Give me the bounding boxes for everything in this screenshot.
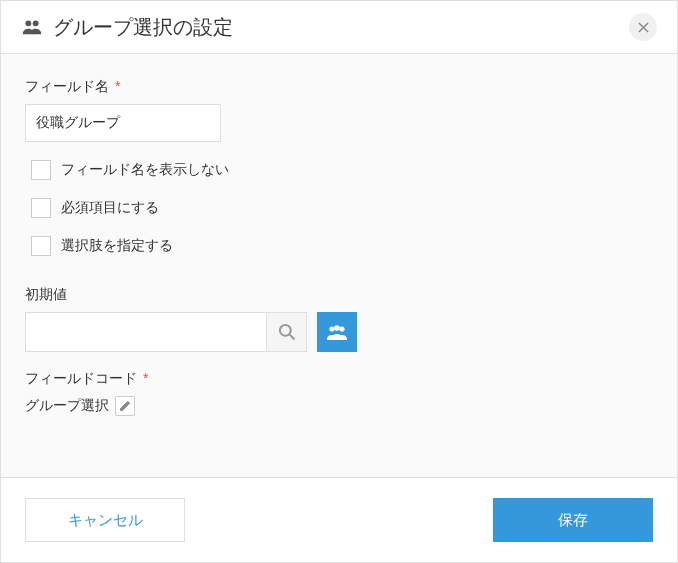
field-name-section: フィールド名 * <box>25 78 653 142</box>
default-value-label: 初期値 <box>25 286 653 304</box>
hide-field-name-checkbox[interactable] <box>31 160 51 180</box>
field-code-value: グループ選択 <box>25 397 109 415</box>
dialog-title: グループ選択の設定 <box>53 14 233 41</box>
required-field-checkbox[interactable] <box>31 198 51 218</box>
hide-field-name-label: フィールド名を表示しない <box>61 161 229 179</box>
field-name-label: フィールド名 * <box>25 78 653 96</box>
default-search-button[interactable] <box>266 313 306 351</box>
close-icon <box>638 22 649 33</box>
save-button[interactable]: 保存 <box>493 498 653 542</box>
required-indicator-2: * <box>143 370 148 386</box>
field-name-input[interactable] <box>25 104 221 142</box>
svg-point-7 <box>339 326 344 331</box>
edit-field-code-button[interactable] <box>115 396 135 416</box>
svg-point-6 <box>329 326 334 331</box>
dialog-body: フィールド名 * フィールド名を表示しない 必須項目にする 選択肢を指定する 初… <box>1 54 677 477</box>
required-field-row: 必須項目にする <box>31 198 653 218</box>
field-code-label: フィールドコード * <box>25 370 653 388</box>
required-field-label: 必須項目にする <box>61 199 159 217</box>
default-search-wrap <box>25 312 307 352</box>
svg-point-1 <box>33 20 39 26</box>
svg-point-0 <box>25 20 31 26</box>
dialog-header: グループ選択の設定 <box>1 1 677 54</box>
search-icon <box>277 322 297 342</box>
specify-options-label: 選択肢を指定する <box>61 237 173 255</box>
group-picker-button[interactable] <box>317 312 357 352</box>
group-select-settings-dialog: グループ選択の設定 フィールド名 * フィールド名を表示しない 必 <box>0 0 678 563</box>
field-code-row: グループ選択 <box>25 396 653 416</box>
group-icon <box>21 16 43 38</box>
group-picker-icon <box>325 320 349 344</box>
close-button[interactable] <box>629 13 657 41</box>
cancel-button[interactable]: キャンセル <box>25 498 185 542</box>
specify-options-checkbox[interactable] <box>31 236 51 256</box>
svg-point-4 <box>279 325 290 336</box>
field-code-label-text: フィールドコード <box>25 370 137 386</box>
default-search-input[interactable] <box>26 313 266 351</box>
header-title-group: グループ選択の設定 <box>21 14 233 41</box>
hide-field-name-row: フィールド名を表示しない <box>31 160 653 180</box>
default-value-controls <box>25 312 653 352</box>
default-value-section: 初期値 <box>25 286 653 352</box>
required-indicator: * <box>115 78 120 94</box>
field-code-section: フィールドコード * グループ選択 <box>25 370 653 416</box>
dialog-footer: キャンセル 保存 <box>1 477 677 562</box>
svg-point-8 <box>334 325 340 331</box>
specify-options-row: 選択肢を指定する <box>31 236 653 256</box>
svg-line-5 <box>289 335 294 340</box>
field-name-label-text: フィールド名 <box>25 78 109 94</box>
pencil-icon <box>119 400 131 412</box>
